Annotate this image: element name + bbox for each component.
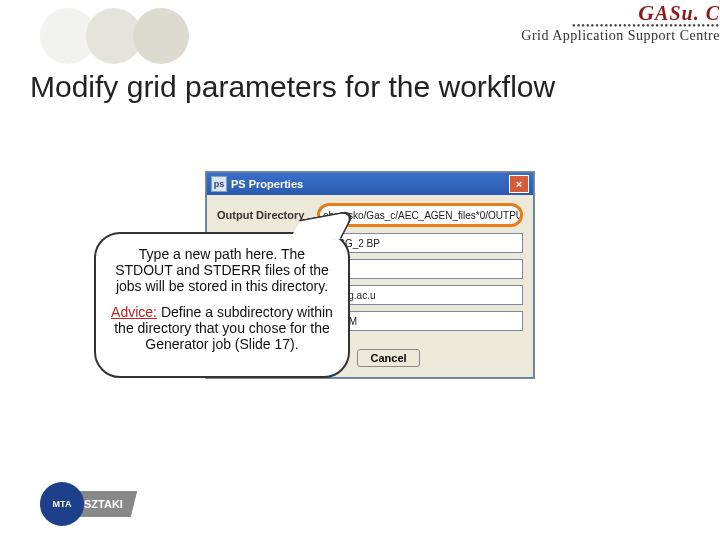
- page-title: Modify grid parameters for the workflow: [30, 70, 555, 104]
- bottom-logo: MTA SZTAKI: [40, 482, 134, 526]
- cancel-button[interactable]: Cancel: [357, 349, 419, 367]
- dialog-icon: ps: [211, 176, 227, 192]
- logo-mta: MTA: [40, 482, 84, 526]
- callout-text-1: Type a new path here. The STDOUT and STD…: [110, 246, 334, 294]
- header-logo: GGASu. CASu. C ●●●●●●●●●●●●●●●●●●●●●●●●●…: [480, 0, 720, 60]
- advice-label: Advice:: [111, 304, 157, 320]
- logo-subtitle: Grid Application Support Centre: [480, 28, 720, 44]
- background-circles: [40, 8, 175, 68]
- dialog-title: PS Properties: [231, 178, 303, 190]
- dialog-titlebar[interactable]: ps PS Properties ×: [207, 173, 533, 195]
- callout-box: Type a new path here. The STDOUT and STD…: [94, 232, 350, 378]
- close-button[interactable]: ×: [509, 175, 529, 193]
- callout-text-2: Advice: Define a subdirectory within the…: [110, 304, 334, 352]
- circle-3: [133, 8, 189, 64]
- row-output-directory: Output Directory oba.asko/Gas_c/AEC_AGEN…: [217, 203, 523, 227]
